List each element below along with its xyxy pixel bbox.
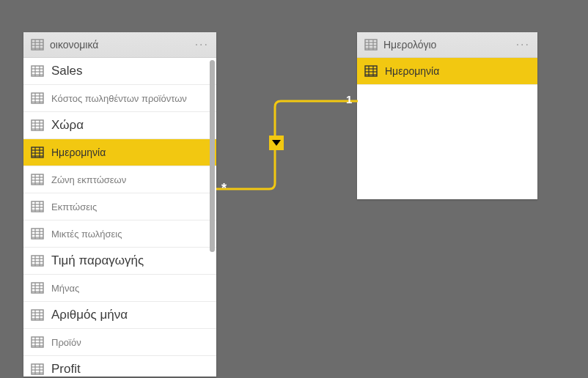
- field-label: Εκπτώσεις: [51, 201, 97, 212]
- column-icon: [31, 336, 44, 348]
- field-row[interactable]: Sales: [23, 58, 216, 85]
- field-label: Ημερομηνία: [385, 65, 439, 77]
- table-header-economics[interactable]: οικονομικά ···: [23, 32, 216, 58]
- column-icon: [31, 65, 44, 77]
- field-row[interactable]: Μήνας: [23, 275, 216, 302]
- field-label: Μήνας: [51, 283, 79, 294]
- field-list-economics: SalesΚόστος πωληθέντων προϊόντωνΧώραΗμερ…: [23, 58, 216, 378]
- column-icon: [31, 201, 44, 212]
- field-label: Sales: [51, 64, 83, 78]
- table-header-calendar[interactable]: Ημερολόγιο ···: [357, 32, 537, 58]
- field-row[interactable]: Μικτές πωλήσεις: [23, 220, 216, 248]
- column-icon: [31, 255, 44, 267]
- column-icon: [31, 174, 44, 185]
- relationship-line[interactable]: [216, 94, 358, 196]
- field-row[interactable]: Ημερομηνία: [357, 58, 537, 85]
- column-icon: [364, 65, 378, 77]
- field-label: Χώρα: [51, 118, 84, 133]
- column-icon: [31, 119, 44, 131]
- field-label: Profit: [51, 362, 81, 377]
- column-icon: [31, 363, 44, 375]
- field-row[interactable]: Profit: [23, 356, 216, 378]
- field-label: Μικτές πωλήσεις: [51, 229, 122, 240]
- column-icon: [31, 92, 44, 104]
- field-row[interactable]: Προϊόν: [23, 329, 216, 356]
- table-icon: [31, 39, 44, 51]
- column-icon: [31, 147, 44, 158]
- field-row[interactable]: Αριθμός μήνα: [23, 302, 216, 329]
- field-row[interactable]: Ημερομηνία: [23, 139, 216, 166]
- more-options-button[interactable]: ···: [516, 38, 530, 51]
- field-row[interactable]: Κόστος πωληθέντων προϊόντων: [23, 85, 216, 112]
- scrollbar[interactable]: [210, 60, 215, 252]
- field-row[interactable]: Τιμή παραγωγής: [23, 248, 216, 275]
- field-row[interactable]: Εκπτώσεις: [23, 193, 216, 220]
- column-icon: [31, 309, 44, 321]
- field-label: Προϊόν: [51, 337, 81, 348]
- cardinality-from: *: [221, 181, 227, 196]
- field-label: Αριθμός μήνα: [51, 308, 128, 322]
- field-label: Ημερομηνία: [51, 147, 106, 158]
- column-icon: [31, 228, 44, 240]
- table-title: Ημερολόγιο: [383, 39, 516, 51]
- field-row[interactable]: Χώρα: [23, 112, 216, 139]
- field-row[interactable]: Ζώνη εκπτώσεων: [23, 166, 216, 193]
- table-title: οικονομικά: [50, 39, 195, 51]
- more-options-button[interactable]: ···: [195, 38, 209, 51]
- field-label: Ζώνη εκπτώσεων: [51, 174, 126, 185]
- field-label: Κόστος πωληθέντων προϊόντων: [51, 93, 187, 104]
- field-list-calendar: Ημερομηνία: [357, 58, 537, 85]
- cardinality-to: 1: [346, 93, 352, 105]
- field-label: Τιμή παραγωγής: [51, 253, 144, 268]
- relationship-direction-icon[interactable]: [269, 136, 284, 150]
- column-icon: [31, 282, 44, 294]
- table-card-calendar[interactable]: Ημερολόγιο ··· Ημερομηνία: [357, 32, 537, 199]
- table-icon: [364, 39, 378, 51]
- table-card-economics[interactable]: οικονομικά ··· SalesΚόστος πωληθέντων πρ…: [23, 32, 216, 377]
